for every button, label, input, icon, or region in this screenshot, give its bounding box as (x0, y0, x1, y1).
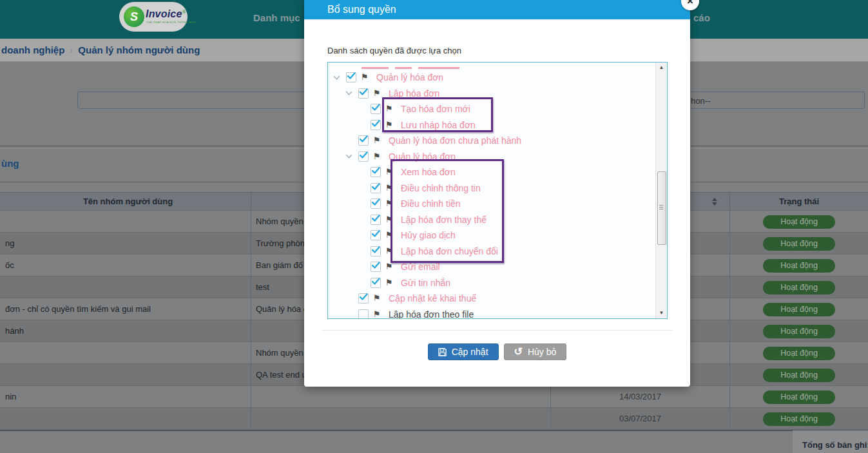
cancel-button[interactable]: ↺ Hủy bỏ (504, 343, 567, 360)
column-header-ten-nhom-nguoi-dung[interactable]: Tên nhóm người dùng (0, 193, 251, 211)
scroll-down-icon[interactable]: ▼ (656, 309, 667, 318)
registered-mark: ® (182, 9, 186, 15)
chevron-down-icon[interactable] (345, 154, 358, 159)
dialog-title: Bổ sung quyền (327, 0, 396, 19)
dialog-footer-divider (322, 330, 672, 331)
table-row[interactable]: nin14/03/2017Hoạt động (0, 386, 868, 408)
status-badge: Hoạt động (763, 237, 835, 251)
dialog-buttons: Cập nhật ↺ Hủy bỏ (304, 343, 690, 360)
checkbox-checked[interactable] (371, 167, 381, 177)
flag-icon: ⚑ (385, 278, 395, 287)
status-badge: Hoạt động (763, 281, 835, 294)
tree-item[interactable]: ⚑Quản lý hóa đơn chưa phát hành (358, 133, 655, 149)
breadcrumb-item-quan-ly-nhom-nguoi-dung[interactable]: Quản lý nhóm người dùng (78, 44, 200, 55)
cell-status: Hoạt động (730, 320, 868, 342)
cell-status: Hoạt động (730, 211, 868, 233)
cell-status: Hoạt động (730, 233, 868, 255)
app-logo[interactable]: S Invoice® GIẢI PHÁP HÓA ĐƠN THÔNG MINH (119, 2, 188, 32)
cell-status: Hoạt động (730, 298, 868, 320)
checkbox-checked[interactable] (371, 230, 381, 240)
chevron-down-icon[interactable] (333, 75, 346, 80)
cell-date: 14/03/2017 (551, 386, 730, 408)
status-badge: Hoạt động (763, 390, 835, 404)
flag-icon: ⚑ (373, 294, 383, 303)
checkbox-checked[interactable] (371, 246, 381, 256)
flag-icon: ⚑ (373, 310, 383, 319)
logo-text: Invoice® (146, 8, 186, 20)
tree-item[interactable]: ⚑Quản lý hóa đơn (333, 70, 655, 86)
menu-item-danh-muc[interactable]: Danh mục (253, 12, 300, 23)
column-header-trang-thai[interactable]: Trạng thái (730, 193, 868, 211)
cell-permission-group (251, 408, 551, 430)
dialog-header: Bổ sung quyền (304, 0, 690, 19)
status-badge: Hoạt động (763, 347, 835, 360)
checkbox-checked[interactable] (358, 293, 369, 304)
status-badge: Hoạt động (763, 259, 835, 273)
checkbox-checked[interactable] (371, 104, 381, 114)
cell-status: Hoạt động (730, 276, 868, 298)
checkbox-checked[interactable] (371, 278, 381, 288)
cell-status: Hoạt động (730, 255, 868, 276)
status-badge: Hoạt động (763, 215, 835, 229)
status-badge: Hoạt động (763, 369, 835, 382)
tree-item-label[interactable]: Gửi email (401, 262, 440, 272)
total-records-label: Tổng số bản ghi: (802, 440, 868, 450)
cell-group-name (0, 211, 251, 233)
tree-item-label[interactable]: Lập hóa đơn theo file (389, 309, 474, 319)
sort-icon[interactable] (712, 198, 717, 206)
flag-icon: ⚑ (373, 136, 383, 145)
tree-item[interactable]: ⚑Cập nhật kê khai thuế (358, 291, 655, 307)
chevron-down-icon[interactable] (345, 91, 358, 95)
filter-dropdown-value-fragment: hon-- (691, 96, 710, 106)
status-badge: Hoạt động (763, 412, 835, 426)
tree-item-label[interactable]: Quản lý hóa đơn (376, 72, 443, 82)
checkbox-checked[interactable] (346, 72, 356, 82)
tree-item[interactable]: ⚑Lập hóa đơn theo file (358, 307, 655, 320)
cell-group-name (0, 408, 251, 430)
cell-date: 03/07/2017 (551, 408, 730, 430)
logo-s-icon: S (124, 6, 144, 27)
checkbox-checked[interactable] (371, 120, 381, 130)
cell-group-name: nin (0, 386, 251, 408)
checkbox-checked[interactable] (371, 183, 381, 193)
checkbox-checked[interactable] (358, 135, 369, 146)
checkbox-checked[interactable] (371, 198, 381, 209)
checkbox-checked[interactable] (358, 88, 369, 99)
cell-group-name: ng (0, 233, 251, 255)
tree-scrollbar[interactable]: ▲ ▼ (655, 63, 667, 318)
flag-icon: ⚑ (373, 89, 383, 98)
flag-icon: ⚑ (361, 73, 371, 82)
cell-status: Hoạt động (730, 364, 868, 386)
save-icon (438, 348, 447, 356)
status-badge: Hoạt động (763, 303, 835, 316)
tree-item[interactable]: ⚑Gửi tin nhắn (371, 275, 655, 291)
tree-item-label[interactable]: Gửi tin nhắn (401, 278, 450, 288)
breadcrumb-item-doanh-nghiep[interactable]: doanh nghiệp (0, 44, 64, 55)
status-badge: Hoạt động (763, 325, 835, 338)
menu-item-bao-cao-fragment[interactable]: cáo (693, 12, 710, 23)
cell-permission-group (251, 386, 551, 408)
cell-status: Hoạt động (730, 386, 868, 408)
tree-item-label[interactable]: Cập nhật kê khai thuế (389, 293, 476, 304)
logo-tagline: GIẢI PHÁP HÓA ĐƠN THÔNG MINH (146, 21, 197, 24)
cell-group-name: đơn - chỉ có quyền tìm kiếm và gui mail (0, 298, 251, 320)
scrollbar-thumb[interactable] (657, 171, 666, 245)
flag-icon: ⚑ (373, 152, 383, 161)
undo-icon: ↺ (514, 347, 523, 357)
cell-group-name (0, 342, 251, 364)
section-heading-fragment: ùng (1, 158, 19, 169)
scroll-up-icon[interactable]: ▲ (656, 63, 667, 72)
table-row[interactable]: 03/07/2017Hoạt động (0, 408, 868, 430)
checkbox-checked[interactable] (358, 151, 369, 162)
update-button[interactable]: Cập nhật (428, 343, 499, 360)
checkbox-checked[interactable] (371, 262, 381, 272)
cell-group-name (0, 276, 251, 298)
cell-group-name (0, 364, 251, 386)
checkbox-unchecked[interactable] (358, 309, 369, 319)
checkbox-checked[interactable] (371, 215, 381, 225)
cell-group-name: ốc (0, 255, 251, 276)
selected-permissions-label: Danh sách quyền đã được lựa chọn (327, 46, 461, 55)
cell-group-name: hánh (0, 320, 251, 342)
cell-status: Hoạt động (730, 342, 868, 364)
tree-item-label[interactable]: Quản lý hóa đơn chưa phát hành (389, 135, 521, 146)
